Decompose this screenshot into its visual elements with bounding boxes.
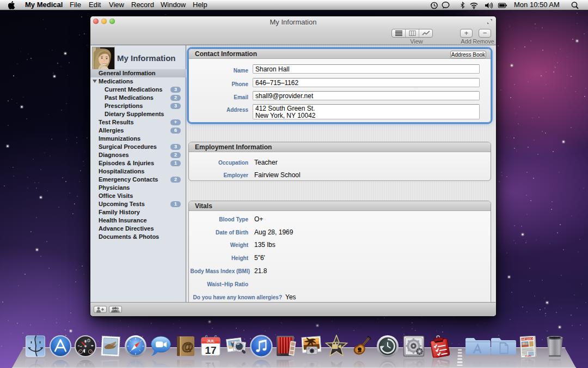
svg-text:@: @	[182, 340, 193, 353]
svg-text:17: 17	[205, 360, 216, 368]
svg-text:JUL: JUL	[206, 339, 215, 343]
svg-text:17: 17	[205, 345, 216, 356]
svg-text:PAGES: PAGES	[525, 359, 532, 361]
svg-text:@: @	[182, 363, 193, 368]
svg-text:PAGES: PAGES	[525, 355, 532, 358]
